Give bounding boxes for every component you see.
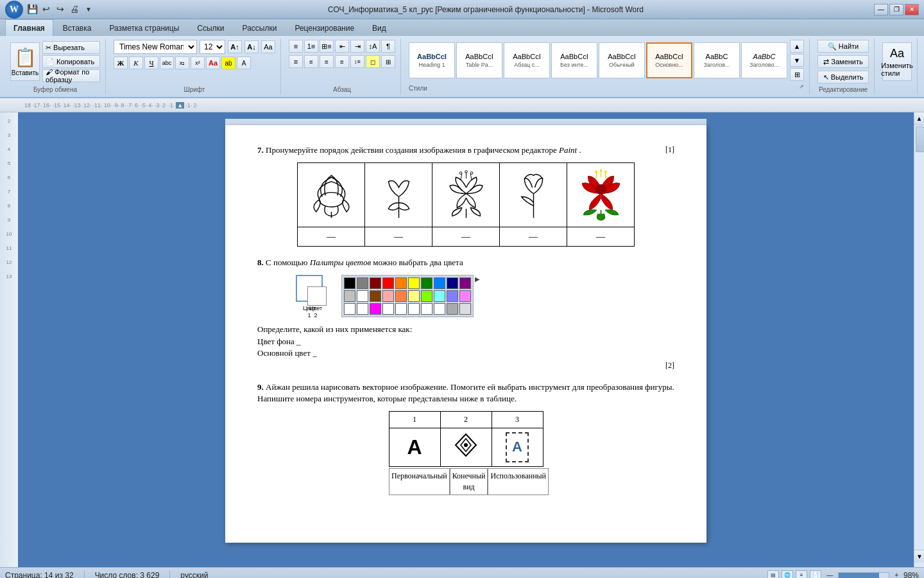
- minimize-button[interactable]: —: [874, 4, 888, 15]
- color-w4[interactable]: [395, 303, 407, 315]
- color-w5[interactable]: [408, 303, 420, 315]
- color-verylightgray[interactable]: [459, 303, 471, 315]
- highlight-button[interactable]: ab: [221, 57, 235, 69]
- align-left-button[interactable]: ≡: [289, 55, 303, 68]
- tab-review[interactable]: Рецензирование: [286, 19, 363, 36]
- color-lightblue[interactable]: [447, 290, 458, 302]
- color-lightyellow[interactable]: [408, 290, 420, 302]
- underline-button[interactable]: Ч: [144, 57, 158, 69]
- redo-button[interactable]: ↪: [54, 3, 67, 16]
- decrease-indent-button[interactable]: ⇤: [335, 40, 349, 53]
- multilevel-list-button[interactable]: ⊞≡: [320, 40, 334, 53]
- color-yellow[interactable]: [408, 277, 420, 289]
- save-button[interactable]: 💾: [26, 3, 38, 16]
- styles-expand-arrow[interactable]: ↗: [799, 83, 804, 92]
- line-spacing-button[interactable]: ↕≡: [350, 55, 364, 68]
- outline-view-btn[interactable]: ≡: [796, 570, 807, 579]
- strikethrough-button[interactable]: abc: [160, 57, 174, 69]
- cut-button[interactable]: ✂ Вырезать: [42, 41, 100, 54]
- tab-mailings[interactable]: Рассылки: [234, 19, 286, 36]
- shrink-font-button[interactable]: A↓: [244, 40, 259, 53]
- color-red[interactable]: [382, 277, 394, 289]
- color-w6[interactable]: [421, 303, 432, 315]
- document[interactable]: 7. Пронумеруйте порядок действии создани…: [225, 125, 706, 543]
- tab-insert[interactable]: Вставка: [55, 19, 100, 36]
- clear-format-button[interactable]: Aa: [261, 40, 275, 53]
- color-darkblue[interactable]: [447, 277, 458, 289]
- scroll-down-button[interactable]: ▼: [914, 550, 924, 563]
- color-lightorange[interactable]: [395, 290, 407, 302]
- styles-expand[interactable]: ⊞: [790, 68, 804, 81]
- scroll-area[interactable]: 7. Пронумеруйте порядок действии создани…: [18, 112, 914, 567]
- color-lightgray[interactable]: [344, 290, 355, 302]
- scroll-up-button[interactable]: ▲: [914, 112, 924, 125]
- show-marks-button[interactable]: ¶: [381, 40, 395, 53]
- superscript-button[interactable]: x²: [191, 57, 205, 69]
- grow-font-button[interactable]: A↑: [228, 40, 242, 53]
- style-heading1[interactable]: AaBbCcI Heading 1: [409, 42, 455, 78]
- find-button[interactable]: 🔍 Найти: [817, 40, 869, 53]
- font-name-select[interactable]: Times New Roman: [114, 40, 197, 54]
- align-center-button[interactable]: ≡: [304, 55, 318, 68]
- style-table[interactable]: AaBbCcI Table Pa...: [456, 42, 502, 78]
- color-purple[interactable]: [459, 277, 471, 289]
- font-color-button[interactable]: Аа: [206, 57, 220, 69]
- tab-home[interactable]: Главная: [5, 19, 53, 36]
- right-scrollbar[interactable]: ▲ ▼: [914, 112, 924, 567]
- format-painter-button[interactable]: 🖌 Формат по образцу: [42, 69, 100, 82]
- zoom-minus[interactable]: —: [826, 572, 833, 578]
- change-styles-button[interactable]: Аа Изменитьстили: [882, 42, 912, 81]
- draft-view-btn[interactable]: 📄: [810, 570, 821, 579]
- text-effects-button[interactable]: A: [237, 57, 251, 69]
- color-black[interactable]: [344, 277, 355, 289]
- style-heading1b[interactable]: AaBbC Заголов...: [694, 42, 740, 78]
- color-w2[interactable]: [357, 303, 368, 315]
- increase-indent-button[interactable]: ⇥: [350, 40, 364, 53]
- subscript-button[interactable]: x₂: [175, 57, 189, 69]
- align-right-button[interactable]: ≡: [320, 55, 334, 68]
- color-pink[interactable]: [459, 290, 471, 302]
- style-no-spacing[interactable]: AaBbCcI Без инте...: [551, 42, 597, 78]
- italic-button[interactable]: К: [129, 57, 143, 69]
- bold-button[interactable]: Ж: [114, 57, 128, 69]
- copy-button[interactable]: 📄 Копировать: [42, 55, 100, 68]
- color-cyan[interactable]: [434, 290, 445, 302]
- color-darkgray[interactable]: [447, 303, 458, 315]
- color-w7[interactable]: [434, 303, 445, 315]
- color-magenta[interactable]: [370, 303, 381, 315]
- color-w3[interactable]: [382, 303, 394, 315]
- numbered-list-button[interactable]: 1≡: [304, 40, 318, 53]
- color-darkred[interactable]: [370, 277, 381, 289]
- justify-button[interactable]: ≡: [335, 55, 349, 68]
- color-white[interactable]: [357, 290, 368, 302]
- style-normal[interactable]: AaBbCcI Обычный: [599, 42, 645, 78]
- sort-button[interactable]: ↕A: [366, 40, 380, 53]
- style-abzac[interactable]: AaBbCcI Абзац с...: [504, 42, 550, 78]
- zoom-plus[interactable]: +: [894, 572, 898, 578]
- print-button[interactable]: 🖨: [68, 3, 81, 16]
- replace-button[interactable]: ⇄ Заменить: [817, 55, 869, 68]
- color-blue[interactable]: [434, 277, 445, 289]
- select-button[interactable]: ↖ Выделить: [817, 71, 869, 83]
- color-lightgreen[interactable]: [421, 290, 432, 302]
- close-button[interactable]: ✕: [905, 4, 919, 15]
- shading-button[interactable]: ◻: [366, 55, 380, 68]
- undo-button[interactable]: ↩: [40, 3, 53, 16]
- color-gray[interactable]: [357, 277, 368, 289]
- style-heading2[interactable]: AaBbC Заголово...: [741, 42, 787, 78]
- styles-scroll-down[interactable]: ▼: [790, 54, 804, 67]
- borders-button[interactable]: ⊞: [381, 55, 395, 68]
- styles-scroll-up[interactable]: ▲: [790, 40, 804, 53]
- tab-view[interactable]: Вид: [364, 19, 395, 36]
- dropdown-arrow[interactable]: ▼: [82, 3, 95, 16]
- tab-page-layout[interactable]: Разметка страницы: [101, 19, 187, 36]
- color-brown[interactable]: [370, 290, 381, 302]
- office-button[interactable]: W: [5, 1, 23, 19]
- color-w1[interactable]: [344, 303, 355, 315]
- color-green[interactable]: [421, 277, 432, 289]
- tab-references[interactable]: Ссылки: [189, 19, 232, 36]
- color-orange[interactable]: [395, 277, 407, 289]
- font-size-select[interactable]: 12: [200, 40, 225, 54]
- web-view-btn[interactable]: 🌐: [782, 570, 793, 579]
- style-basic[interactable]: AaBbCcI Основно...: [646, 42, 692, 78]
